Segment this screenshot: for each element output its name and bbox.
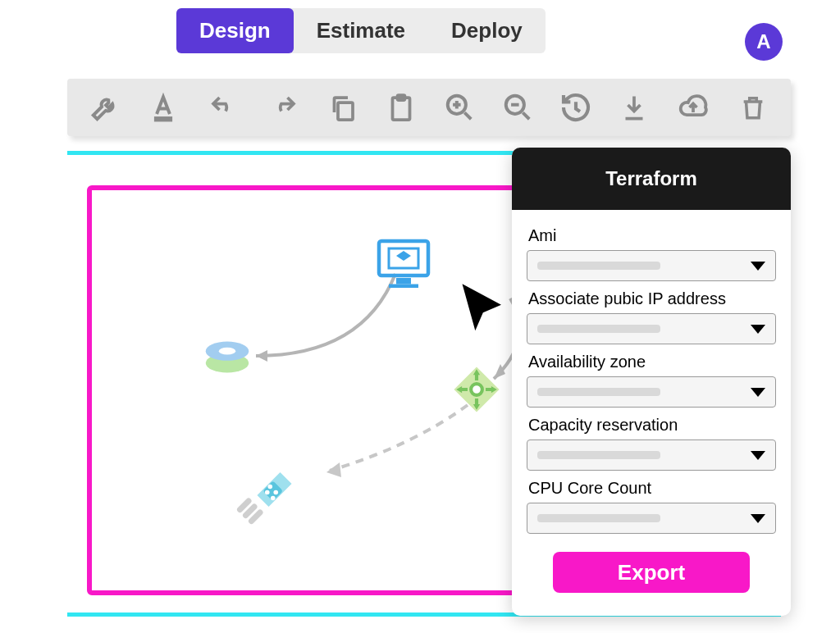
ami-select[interactable] [527, 250, 776, 281]
field-label-cap: Capacity reservation [528, 416, 776, 435]
svg-rect-9 [396, 278, 411, 285]
zoom-out-icon[interactable] [500, 89, 534, 125]
chevron-down-icon [751, 451, 765, 460]
loadbalancer-node-icon[interactable] [450, 362, 504, 420]
cursor-icon [454, 279, 517, 344]
rocket-node-icon[interactable] [231, 461, 300, 533]
associate-ip-select[interactable] [527, 313, 776, 344]
avatar[interactable]: A [745, 23, 783, 61]
field-label-ip: Associate pubic IP address [528, 289, 776, 308]
download-icon[interactable] [617, 89, 651, 125]
trash-icon[interactable] [736, 89, 769, 125]
field-label-ami: Ami [528, 226, 776, 245]
chevron-down-icon [751, 262, 765, 271]
tab-estimate[interactable]: Estimate [294, 8, 428, 53]
availability-zone-select[interactable] [527, 376, 776, 408]
text-color-icon[interactable] [147, 89, 180, 125]
panel-title: Terraform [512, 148, 791, 210]
svg-rect-0 [338, 102, 353, 120]
chevron-down-icon [751, 514, 765, 523]
chevron-down-icon [751, 388, 765, 397]
svg-point-20 [271, 496, 276, 501]
cpu-core-count-select[interactable] [527, 503, 776, 534]
mode-tabs: Design Estimate Deploy [176, 8, 546, 53]
svg-rect-10 [389, 285, 418, 289]
history-icon[interactable] [559, 89, 592, 125]
capacity-reservation-select[interactable] [527, 439, 776, 471]
redo-icon[interactable] [266, 89, 302, 125]
undo-icon[interactable] [205, 89, 241, 125]
toolbar [67, 79, 791, 136]
svg-point-15 [471, 384, 482, 395]
paste-icon[interactable] [385, 89, 418, 125]
wrench-icon[interactable] [89, 89, 122, 125]
cloud-upload-icon[interactable] [675, 89, 711, 125]
svg-point-17 [267, 485, 272, 490]
compute-node-icon[interactable] [374, 235, 433, 295]
field-label-az: Availability zone [528, 353, 776, 371]
tab-deploy[interactable]: Deploy [428, 8, 546, 53]
tab-design[interactable]: Design [176, 8, 294, 53]
svg-point-18 [273, 490, 278, 495]
storage-node-icon[interactable] [199, 327, 256, 388]
copy-icon[interactable] [326, 89, 360, 125]
field-label-cpu: CPU Core Count [528, 479, 776, 498]
properties-panel: Terraform Ami Associate pubic IP address… [512, 148, 791, 616]
svg-point-14 [219, 348, 235, 355]
zoom-in-icon[interactable] [443, 89, 477, 125]
top-bar: Design Estimate Deploy A [0, 8, 840, 53]
export-button[interactable]: Export [553, 552, 750, 593]
svg-point-19 [265, 490, 270, 495]
chevron-down-icon [751, 325, 765, 334]
